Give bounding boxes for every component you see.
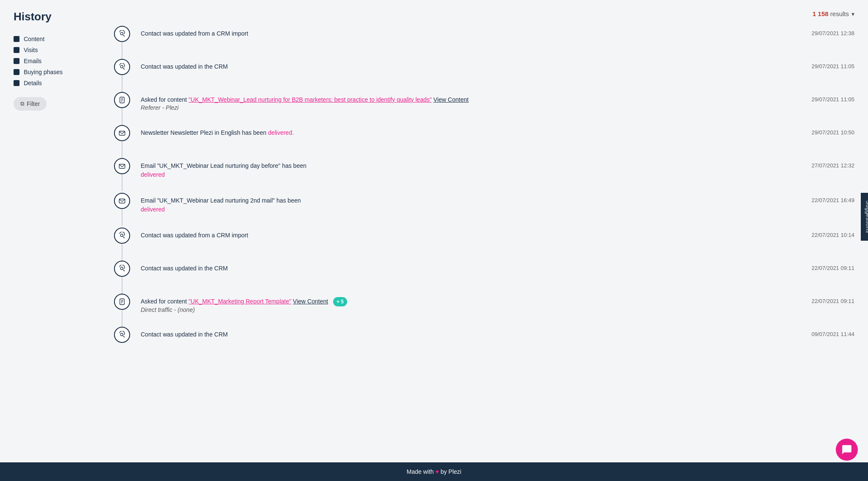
timeline-date-4: 29/07/2021 10:50 (787, 125, 854, 136)
timeline-body-1: Contact was updated from a CRM import (132, 26, 787, 52)
delivered-status-5: delivered (141, 171, 165, 178)
timeline-item-7: Contact was updated from a CRM import 22… (112, 228, 854, 261)
suggestions-tab[interactable]: Suggestions (861, 192, 868, 240)
timeline-connector (122, 209, 122, 226)
timeline-item-5: Email "UK_MKT_Webinar Lead nurturing day… (112, 158, 854, 193)
timeline-body-5: Email "UK_MKT_Webinar Lead nurturing day… (132, 158, 787, 193)
content-link-9[interactable]: "UK_MKT_Marketing Report Template" (189, 298, 291, 305)
page-title: History (14, 10, 98, 23)
timeline-body-7: Contact was updated from a CRM import (132, 228, 787, 253)
timeline-date-2: 29/07/2021 11:05 (787, 59, 854, 70)
delivered-status-4: delivered. (268, 129, 294, 136)
svg-point-20 (124, 336, 125, 337)
timeline-body-2: Contact was updated in the CRM (132, 59, 787, 85)
svg-point-2 (120, 65, 123, 68)
sidebar: History Content Visits Emails Buying pha… (14, 10, 98, 452)
crm-update-icon-2 (114, 59, 130, 75)
timeline-date-8: 22/07/2021 09:11 (787, 261, 854, 271)
timeline-date-10: 09/07/2021 11:44 (787, 327, 854, 337)
timeline-item-4: Newsletter Newsletter Plezi in English h… (112, 125, 854, 158)
delivered-status-6: delivered (141, 206, 165, 213)
timeline-connector (122, 310, 122, 327)
timeline-date-3: 29/07/2021 11:05 (787, 92, 854, 103)
timeline-body-3: Asked for content "UK_MKT_Webinar_Lead n… (132, 92, 787, 125)
envelope-icon-5 (114, 158, 130, 174)
chevron-down-icon[interactable]: ▾ (851, 11, 854, 17)
timeline-connector (122, 75, 122, 92)
timeline-body-6: Email "UK_MKT_Webinar Lead nurturing 2nd… (132, 193, 787, 228)
results-count: 1 158 (812, 10, 829, 17)
timeline-text-10: Contact was updated in the CRM (141, 330, 787, 339)
results-label: results (829, 10, 849, 17)
filter-label-visits: Visits (24, 47, 38, 53)
timeline-item-9: Asked for content "UK_MKT_Marketing Repo… (112, 294, 854, 327)
timeline-date-6: 22/07/2021 16:49 (787, 193, 854, 203)
timeline-text-5: Email "UK_MKT_Webinar Lead nurturing day… (141, 161, 787, 179)
results-header: 1 158 results ▾ (112, 10, 854, 17)
filter-item-visits[interactable]: Visits (14, 44, 98, 56)
filter-checkbox-buying-phases (14, 69, 19, 75)
svg-point-1 (124, 36, 125, 36)
content-link-3[interactable]: "UK_MKT_Webinar_Lead nurturing for B2B m… (189, 96, 432, 103)
filter-item-content[interactable]: Content (14, 33, 98, 44)
filter-checkbox-visits (14, 47, 19, 53)
timeline-text-3: Asked for content "UK_MKT_Webinar_Lead n… (141, 95, 787, 104)
suggestions-label: Suggestions (865, 200, 868, 233)
view-content-link-3[interactable]: View Content (434, 96, 469, 103)
timeline-date-9: 22/07/2021 09:11 (787, 294, 854, 304)
timeline-connector (122, 42, 122, 59)
filter-label-content: Content (24, 36, 45, 42)
crm-update-icon-1 (114, 26, 130, 42)
timeline-connector (122, 277, 122, 294)
filter-checkbox-content (14, 36, 19, 42)
filter-item-emails[interactable]: Emails (14, 56, 98, 67)
badge-plus-9: + 5 (333, 297, 347, 306)
svg-point-19 (120, 334, 123, 336)
view-content-link-9[interactable]: View Content (293, 298, 328, 305)
svg-rect-9 (119, 164, 125, 169)
filter-checkbox-emails (14, 58, 19, 64)
timeline-sub-3: Referer - Plezi (141, 104, 787, 111)
filter-item-buying-phases[interactable]: Buying phases (14, 67, 98, 78)
timeline-item-3: Asked for content "UK_MKT_Webinar_Lead n… (112, 92, 854, 125)
filter-button[interactable]: ⧉ Filter (14, 97, 47, 111)
timeline-body-4: Newsletter Newsletter Plezi in English h… (132, 125, 787, 151)
timeline-item-10: Contact was updated in the CRM 09/07/202… (112, 327, 854, 353)
filter-item-details[interactable]: Details (14, 78, 98, 89)
timeline-text-2: Contact was updated in the CRM (141, 62, 787, 71)
timeline-connector (122, 141, 122, 158)
svg-point-14 (124, 270, 125, 271)
document-icon-3 (114, 92, 130, 108)
crm-update-icon-7 (114, 228, 130, 244)
timeline-text-7: Contact was updated from a CRM import (141, 231, 787, 240)
filter-label-buying-phases: Buying phases (24, 69, 63, 75)
timeline-item-6: Email "UK_MKT_Webinar Lead nurturing 2nd… (112, 193, 854, 228)
document-icon-9 (114, 294, 130, 310)
filter-label-emails: Emails (24, 58, 42, 64)
filter-checkbox-details (14, 80, 19, 86)
timeline-item-8: Contact was updated in the CRM 22/07/202… (112, 261, 854, 294)
timeline-connector (122, 244, 122, 261)
svg-point-11 (120, 234, 123, 236)
svg-point-0 (120, 32, 123, 35)
timeline-date-1: 29/07/2021 12:38 (787, 26, 854, 36)
timeline-date-5: 27/07/2021 12:32 (787, 158, 854, 169)
timeline-date-7: 22/07/2021 10:14 (787, 228, 854, 238)
filter-button-label: Filter (27, 100, 40, 107)
svg-rect-8 (119, 131, 125, 136)
svg-point-12 (124, 237, 125, 238)
timeline-text-6: Email "UK_MKT_Webinar Lead nurturing 2nd… (141, 196, 787, 214)
chat-button[interactable] (836, 439, 858, 461)
timeline-body-10: Contact was updated in the CRM (132, 327, 787, 353)
footer: Made with ♥ by Plezi (0, 462, 868, 481)
filter-label-details: Details (24, 80, 42, 86)
timeline-item-1: Contact was updated from a CRM import 29… (112, 26, 854, 59)
timeline-text-1: Contact was updated from a CRM import (141, 29, 787, 38)
crm-update-icon-8 (114, 261, 130, 277)
envelope-icon-4 (114, 125, 130, 141)
filter-list: Content Visits Emails Buying phases Deta… (14, 33, 98, 89)
heart-icon: ♥ (435, 468, 440, 475)
timeline-item-2: Contact was updated in the CRM 29/07/202… (112, 59, 854, 92)
footer-brand: by Plezi (440, 468, 461, 475)
timeline-body-8: Contact was updated in the CRM (132, 261, 787, 286)
